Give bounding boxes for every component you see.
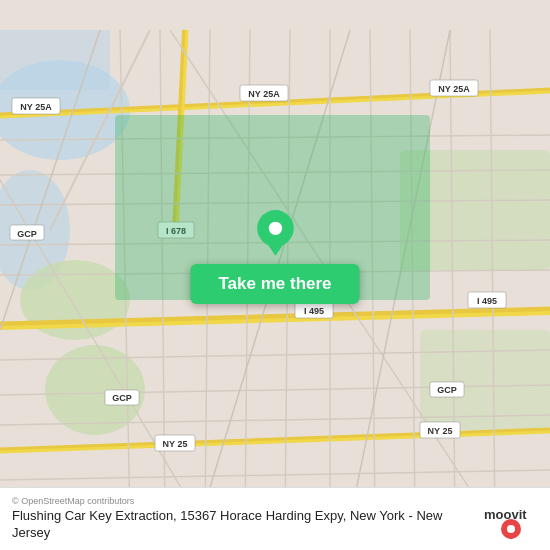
svg-text:NY 25A: NY 25A [248,89,280,99]
svg-text:GCP: GCP [112,393,132,403]
svg-text:NY 25A: NY 25A [20,102,52,112]
svg-text:I 495: I 495 [304,306,324,316]
svg-text:GCP: GCP [437,385,457,395]
bottom-info-bar: © OpenStreetMap contributors Flushing Ca… [0,487,550,550]
svg-text:I 495: I 495 [477,296,497,306]
moovit-logo: moovit [484,499,538,539]
svg-rect-3 [0,30,110,90]
svg-text:NY 25A: NY 25A [438,84,470,94]
svg-text:NY 25: NY 25 [428,426,453,436]
location-pin-icon [250,210,300,260]
take-me-there-button[interactable]: Take me there [190,264,359,304]
location-address: Flushing Car Key Extraction, 15367 Horac… [12,508,474,542]
svg-point-69 [507,525,515,533]
navigation-button-container: Take me there [190,210,359,304]
svg-text:GCP: GCP [17,229,37,239]
svg-text:moovit: moovit [484,507,527,522]
location-info: © OpenStreetMap contributors Flushing Ca… [12,496,474,542]
svg-point-64 [268,222,281,235]
osm-attribution: © OpenStreetMap contributors [12,496,474,506]
svg-text:NY 25: NY 25 [163,439,188,449]
svg-marker-65 [264,240,286,256]
moovit-logo-svg: moovit [484,499,538,539]
svg-text:I 678: I 678 [166,226,186,236]
map-container: NY 25A NY 25A NY 25A I 678 I 495 I 495 G… [0,0,550,550]
